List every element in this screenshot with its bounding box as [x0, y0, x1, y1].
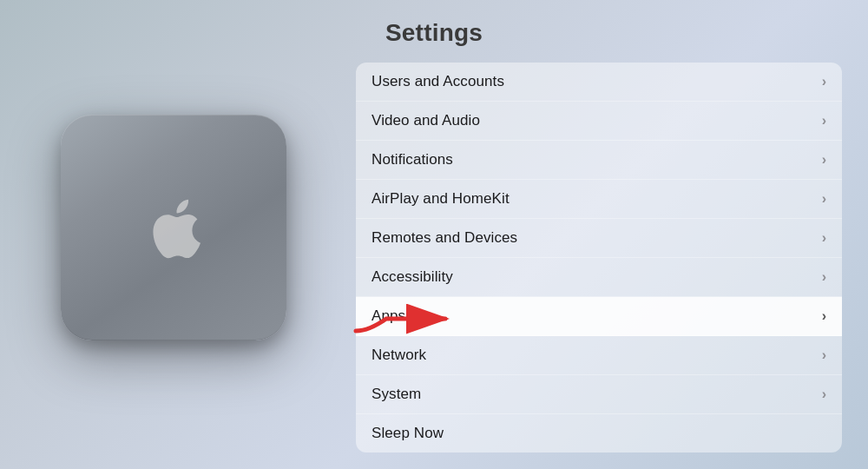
settings-item-system[interactable]: System ›: [356, 375, 842, 414]
settings-item-label: Video and Audio: [372, 112, 480, 129]
settings-item-accessibility[interactable]: Accessibility ›: [356, 258, 842, 297]
chevron-icon: ›: [822, 230, 826, 246]
apple-tv-device: [61, 115, 286, 340]
page-title: Settings: [385, 19, 483, 47]
chevron-icon: ›: [822, 269, 826, 285]
settings-item-label: Sleep Now: [372, 425, 444, 442]
settings-item-apps[interactable]: Apps ›: [356, 297, 842, 336]
settings-item-sleep-now[interactable]: Sleep Now: [356, 414, 842, 452]
settings-item-airplay-and-homekit[interactable]: AirPlay and HomeKit ›: [356, 180, 842, 219]
settings-item-network[interactable]: Network ›: [356, 336, 842, 375]
chevron-icon: ›: [822, 113, 826, 129]
settings-item-label: AirPlay and HomeKit: [372, 190, 510, 208]
settings-item-users-and-accounts[interactable]: Users and Accounts ›: [356, 63, 842, 102]
settings-item-remotes-and-devices[interactable]: Remotes and Devices ›: [356, 219, 842, 258]
apple-logo-icon: [139, 187, 208, 269]
settings-item-video-and-audio[interactable]: Video and Audio ›: [356, 102, 842, 141]
chevron-icon: ›: [822, 74, 826, 89]
red-arrow: [352, 294, 464, 338]
settings-item-label: Accessibility: [372, 268, 453, 286]
main-content: Users and Accounts › Video and Audio › N…: [0, 63, 868, 452]
chevron-icon: ›: [822, 152, 826, 168]
settings-item-label: Users and Accounts: [372, 73, 504, 90]
settings-item-label: Remotes and Devices: [372, 229, 517, 247]
settings-item-label: Apps: [372, 307, 405, 325]
settings-item-label: Notifications: [372, 151, 453, 168]
device-container: [26, 63, 321, 393]
settings-item-label: System: [372, 386, 421, 403]
chevron-icon: ›: [822, 308, 826, 324]
settings-item-label: Network: [372, 347, 426, 364]
chevron-icon: ›: [822, 347, 826, 363]
chevron-icon: ›: [822, 191, 826, 207]
settings-list: Users and Accounts › Video and Audio › N…: [356, 63, 842, 452]
settings-item-notifications[interactable]: Notifications ›: [356, 141, 842, 180]
chevron-icon: ›: [822, 386, 826, 402]
